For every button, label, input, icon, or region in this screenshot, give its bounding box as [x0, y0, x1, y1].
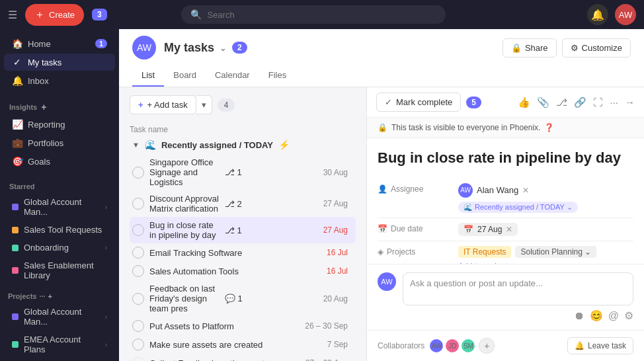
check-icon: ✓	[385, 97, 392, 107]
sidebar-item-reporting[interactable]: 📈 Reporting	[4, 116, 115, 133]
plus-icon: +	[138, 100, 143, 110]
task-name: Make sure assets are created	[149, 340, 295, 350]
help-icon[interactable]: ❓	[544, 123, 554, 132]
create-button[interactable]: ＋ Create	[25, 4, 84, 26]
task-check[interactable]	[132, 357, 144, 361]
main-content: AW My tasks ⌄ 2 🔒 Share ⚙ Customize	[119, 29, 644, 361]
sidebar-item-sales-enablement[interactable]: Sales Enablement Library	[4, 257, 115, 284]
title-chevron-icon[interactable]: ⌄	[220, 43, 227, 53]
customize-button[interactable]: ⚙ Customize	[562, 38, 631, 58]
insights-add-icon[interactable]: +	[41, 102, 46, 112]
table-row[interactable]: Discount Approval Matrix clarification ⎇…	[130, 190, 356, 217]
subtask-icon[interactable]: ⎇	[556, 97, 567, 108]
collaborator-avatar: AW	[428, 338, 444, 354]
detail-title: Bug in close rate in pipeline by day	[378, 149, 633, 168]
projects-section-header: Projects ··· +	[0, 290, 119, 303]
section-chevron-icon[interactable]: ⌄	[567, 203, 573, 212]
task-check[interactable]	[132, 320, 144, 332]
hamburger-icon[interactable]: ☰	[8, 9, 17, 21]
sidebar-item-my-tasks[interactable]: ✓ My tasks	[4, 54, 115, 71]
task-check[interactable]	[132, 224, 144, 236]
task-check[interactable]	[132, 247, 144, 259]
projects-add-icon[interactable]: +	[48, 292, 52, 300]
emoji-icon[interactable]: 😊	[590, 309, 603, 322]
planning-chevron[interactable]: ⌄	[584, 247, 591, 257]
task-check[interactable]	[132, 293, 144, 305]
table-row[interactable]: Collect Feedback on the assets 27 – 29 A…	[130, 354, 356, 361]
section-header-recently-assigned[interactable]: ▼ 🌊 Recently assigned / TODAY ⚡	[130, 136, 356, 154]
tab-badge[interactable]: 3	[92, 9, 107, 20]
remove-due-date-button[interactable]: ✕	[506, 225, 512, 234]
sidebar-item-onboarding[interactable]: Onboarding ›	[4, 239, 115, 256]
record-icon[interactable]: ⏺	[574, 310, 584, 322]
share-icon: 🔒	[511, 43, 522, 53]
task-name: Discount Approval Matrix clarification	[149, 194, 220, 214]
task-name: Singapore Office Signage and Logistics	[149, 157, 220, 187]
task-header: AW My tasks ⌄ 2 🔒 Share ⚙ Customize	[119, 29, 644, 87]
add-collaborator-button[interactable]: +	[479, 338, 495, 354]
tab-board[interactable]: Board	[164, 65, 206, 87]
sidebar-item-sales-tool[interactable]: Sales Tool Requests	[4, 221, 115, 238]
task-check[interactable]	[132, 339, 144, 350]
task-check[interactable]	[132, 198, 144, 210]
task-check[interactable]	[132, 265, 144, 277]
sidebar-item-global-account-starred[interactable]: Global Account Man... ›	[4, 194, 115, 220]
search-bar[interactable]: 🔍	[181, 5, 446, 24]
lightning-icon: ⚡	[278, 140, 290, 150]
avatar[interactable]: AW	[615, 4, 636, 25]
share-button[interactable]: 🔒 Share	[503, 38, 557, 58]
sidebar-item-goals[interactable]: 🎯 Goals	[4, 153, 115, 170]
task-due: 27 Aug	[300, 199, 353, 208]
table-row[interactable]: Sales Automation Tools 16 Jul	[130, 262, 356, 280]
project-tag-planning[interactable]: Solution Planning ⌄	[515, 246, 596, 258]
my-tasks-icon: ✓	[12, 57, 22, 67]
table-row[interactable]: Feedback on last Friday's design team pr…	[130, 280, 356, 317]
at-icon[interactable]: @	[608, 310, 619, 322]
detail-toolbar-right: 👍 📎 ⎇ 🔗 ⛶ ··· →	[518, 97, 635, 108]
sidebar-item-inbox[interactable]: 🔔 Inbox	[4, 72, 115, 89]
search-input[interactable]	[207, 10, 436, 20]
collaborators-label: Collaborators	[378, 341, 424, 350]
attachment-icon[interactable]: 📎	[537, 97, 549, 108]
attachment-comment-icon[interactable]: ⚙	[624, 309, 633, 322]
tab-files[interactable]: Files	[259, 65, 296, 87]
home-icon: 🏠	[12, 38, 22, 49]
reporting-icon: 📈	[12, 119, 22, 130]
tab-list[interactable]: List	[132, 65, 164, 87]
link-icon[interactable]: 🔗	[574, 97, 586, 108]
comment-input-box[interactable]: Ask a question or post an update...	[403, 272, 633, 305]
more-options-icon[interactable]: ···	[610, 97, 618, 108]
assignee-value: AW Alan Wang ✕ 🌊 Recently assigned / TOD…	[458, 183, 633, 213]
remove-assignee-button[interactable]: ✕	[522, 186, 529, 195]
close-panel-icon[interactable]: →	[625, 97, 635, 108]
sidebar-item-emea[interactable]: EMEA Account Plans ›	[4, 331, 115, 358]
due-date-chip[interactable]: 📅 27 Aug ✕	[458, 223, 518, 236]
notifications-icon[interactable]: 🔔	[587, 4, 608, 25]
mark-complete-button[interactable]: ✓ Mark complete	[376, 93, 461, 112]
task-title-area: My tasks ⌄ 2	[164, 41, 247, 55]
table-row[interactable]: Put Assets to Platform 26 – 30 Sep	[130, 317, 356, 335]
leave-task-button[interactable]: 🔔 Leave task	[567, 337, 633, 354]
starred-section: Starred	[0, 176, 119, 193]
comment-actions: ⏺ 😊 @ ⚙	[378, 309, 633, 322]
comment-input-row: AW Ask a question or post an update...	[378, 272, 633, 305]
sidebar-item-global-account-projects[interactable]: Global Account Man... ›	[4, 303, 115, 330]
assignee-field: 👤 Assignee AW Alan Wang ✕ 🌊 Recently ass…	[378, 179, 633, 218]
task-due: 20 Aug	[300, 294, 353, 303]
sidebar-item-home[interactable]: 🏠 Home 1	[4, 35, 115, 52]
add-task-caret-button[interactable]: ▾	[196, 95, 212, 114]
table-row[interactable]: Email Tracking Software 16 Jul	[130, 243, 356, 262]
table-row[interactable]: Make sure assets are created 7 Sep	[130, 335, 356, 354]
table-row[interactable]: Bug in close rate in pipeline by day ⎇ 1…	[130, 217, 356, 243]
task-check[interactable]	[132, 167, 144, 179]
tab-calendar[interactable]: Calendar	[206, 65, 259, 87]
chevron-icon: ›	[105, 313, 107, 321]
sidebar-item-portfolios[interactable]: 💼 Portfolios	[4, 134, 115, 151]
expand-icon[interactable]: ⛶	[593, 97, 603, 108]
project-tag-it[interactable]: IT Requests	[458, 246, 511, 258]
thumbsup-icon[interactable]: 👍	[518, 97, 530, 108]
collaborator-avatar: JD	[444, 338, 460, 354]
table-row[interactable]: Singapore Office Signage and Logistics ⎇…	[130, 154, 356, 190]
projects-menu-icon[interactable]: ···	[39, 292, 45, 300]
add-task-button[interactable]: + + Add task	[130, 95, 196, 114]
